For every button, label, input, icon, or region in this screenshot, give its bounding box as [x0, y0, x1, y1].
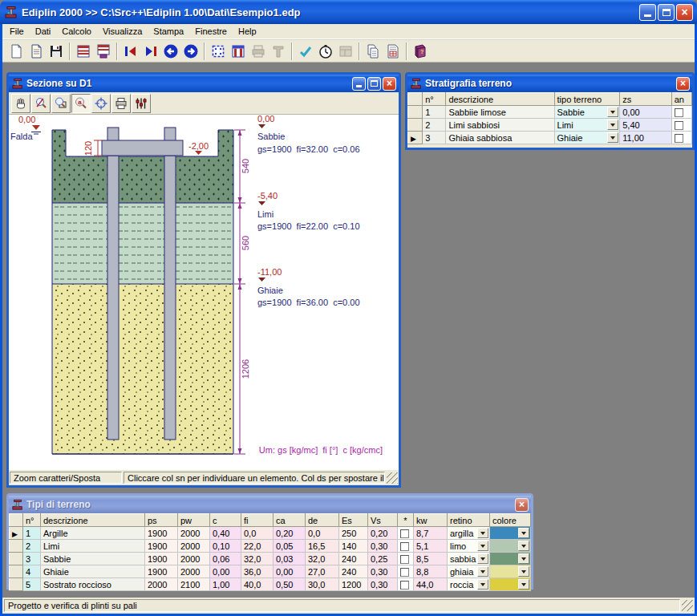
cell-descrizione[interactable]: Sabbie — [41, 553, 145, 565]
timer-icon[interactable] — [315, 41, 335, 61]
row-selector[interactable] — [10, 553, 23, 565]
tipi-titlebar[interactable]: Tipi di terreno × — [9, 496, 531, 513]
cell-colore[interactable] — [490, 565, 531, 578]
cell-Es[interactable]: 240 — [339, 565, 368, 578]
cell-fi[interactable]: 32,0 — [241, 553, 274, 565]
main-titlebar[interactable]: Ediplin 2000 >> C:\Src++\Ediplin 1.00\Da… — [0, 0, 697, 24]
save-icon[interactable] — [46, 41, 66, 61]
cell-Vs[interactable]: 0,30 — [368, 565, 398, 578]
cell-Es[interactable]: 1200 — [339, 578, 368, 591]
cell-ca[interactable]: 0,20 — [274, 527, 306, 540]
sezione-minimize-button[interactable] — [352, 77, 366, 91]
report-icon[interactable] — [383, 41, 403, 61]
cell-n[interactable]: 2 — [423, 119, 446, 132]
cell-ps[interactable]: 2000 — [145, 578, 178, 591]
star-checkbox[interactable] — [400, 555, 409, 564]
cell-n[interactable]: 1 — [23, 527, 41, 540]
cell-ca[interactable]: 0,00 — [274, 565, 306, 578]
cell-colore[interactable] — [490, 553, 531, 565]
cell-kw[interactable]: 8,7 — [414, 527, 448, 540]
cell-colore[interactable] — [490, 527, 531, 540]
print-icon[interactable] — [248, 41, 268, 61]
dropdown-button[interactable] — [477, 566, 488, 577]
sezione-resize-grip[interactable] — [387, 472, 398, 484]
zoom-window-icon[interactable] — [51, 94, 71, 113]
row-selector[interactable] — [10, 565, 23, 578]
cell-Es[interactable]: 240 — [339, 553, 368, 565]
cell-ps[interactable]: 1900 — [145, 565, 178, 578]
row-selector[interactable] — [408, 106, 423, 119]
print-section-icon[interactable] — [111, 94, 131, 113]
dropdown-button[interactable] — [518, 553, 529, 564]
cell-retino[interactable]: argilla — [448, 527, 490, 540]
menu-finestre[interactable]: Finestre — [189, 25, 233, 38]
cell-descrizione[interactable]: Limi sabbiosi — [446, 119, 554, 132]
last-record-icon[interactable] — [140, 41, 160, 61]
dropdown-button[interactable] — [477, 579, 488, 590]
cell-ps[interactable]: 1900 — [145, 527, 178, 540]
dropdown-button[interactable] — [607, 132, 618, 143]
cell-descrizione[interactable]: Ghiaia sabbiosa — [446, 132, 554, 144]
display-options-icon[interactable] — [132, 94, 151, 113]
row-selector[interactable]: ▶ — [10, 527, 23, 540]
dropdown-button[interactable] — [477, 553, 488, 564]
cell-pw[interactable]: 2100 — [178, 578, 210, 591]
cell-pw[interactable]: 2000 — [178, 565, 210, 578]
cell-kw[interactable]: 5,1 — [414, 540, 448, 553]
cell-fi[interactable]: 36,0 — [241, 565, 274, 578]
stratigrafia-close-button[interactable]: × — [676, 77, 690, 91]
cell-kw[interactable]: 44,0 — [414, 578, 448, 591]
cell-retino[interactable]: roccia — [448, 578, 490, 591]
zoom-text-icon[interactable]: a — [71, 94, 91, 113]
cell-fi[interactable]: 40,0 — [241, 578, 274, 591]
layer-ghiaie[interactable] — [52, 284, 233, 454]
cell-descrizione[interactable]: Limi — [41, 540, 145, 553]
cell-Vs[interactable]: 0,30 — [368, 578, 398, 591]
cell-c[interactable]: 1,00 — [210, 578, 241, 591]
cell-n[interactable]: 2 — [23, 540, 41, 553]
cell-Es[interactable]: 140 — [339, 540, 368, 553]
sezione-maximize-button[interactable] — [367, 77, 381, 91]
cell-descrizione[interactable]: Sabbiie limose — [446, 106, 554, 119]
row-selector[interactable]: ▶ — [408, 132, 423, 144]
cell-pw[interactable]: 2000 — [178, 527, 210, 540]
cell-descrizione[interactable]: Argille — [41, 527, 145, 540]
cell-c[interactable]: 0,06 — [210, 553, 241, 565]
cell-colore[interactable] — [490, 578, 531, 591]
cell-tipo-terreno[interactable]: Limi — [554, 119, 620, 132]
dropdown-button[interactable] — [477, 541, 488, 551]
first-record-icon[interactable] — [120, 41, 140, 61]
cell-Vs[interactable]: 0,20 — [368, 527, 398, 540]
row-selector[interactable] — [10, 578, 23, 591]
cell-descrizione[interactable]: Ghiaie — [41, 565, 145, 578]
center-view-icon[interactable] — [91, 94, 111, 113]
menu-dati[interactable]: Dati — [30, 25, 57, 38]
cell-zs[interactable]: 5,40 — [620, 119, 672, 132]
resize-grip[interactable] — [682, 600, 693, 611]
menu-help[interactable]: Help — [233, 25, 262, 38]
cell-tipo-terreno[interactable]: Sabbie — [554, 106, 620, 119]
an-checkbox[interactable] — [675, 108, 683, 117]
cell-zs[interactable]: 0,00 — [620, 106, 672, 119]
cell-kw[interactable]: 8,8 — [414, 565, 448, 578]
an-checkbox[interactable] — [675, 121, 683, 130]
panel-icon[interactable] — [335, 41, 355, 61]
cell-Vs[interactable]: 0,30 — [368, 540, 398, 553]
maximize-button[interactable] — [658, 4, 675, 21]
cell-c[interactable]: 0,00 — [210, 565, 241, 578]
cell-ca[interactable]: 0,05 — [274, 540, 306, 553]
star-checkbox[interactable] — [400, 542, 409, 551]
cell-pw[interactable]: 2000 — [178, 553, 210, 565]
dropdown-button[interactable] — [518, 528, 529, 538]
cell-fi[interactable]: 22,0 — [241, 540, 274, 553]
cell-de[interactable]: 32,0 — [306, 553, 339, 565]
data-grid-icon[interactable] — [228, 41, 248, 61]
table-structure-icon[interactable] — [73, 41, 93, 61]
verify-check-icon[interactable] — [295, 41, 315, 61]
cell-n[interactable]: 1 — [423, 106, 446, 119]
cell-fi[interactable]: 0,0 — [241, 527, 274, 540]
dropdown-button[interactable] — [518, 579, 529, 590]
sezione-close-button[interactable]: × — [383, 77, 396, 91]
cell-c[interactable]: 0,40 — [210, 527, 241, 540]
cell-ca[interactable]: 0,50 — [274, 578, 306, 591]
